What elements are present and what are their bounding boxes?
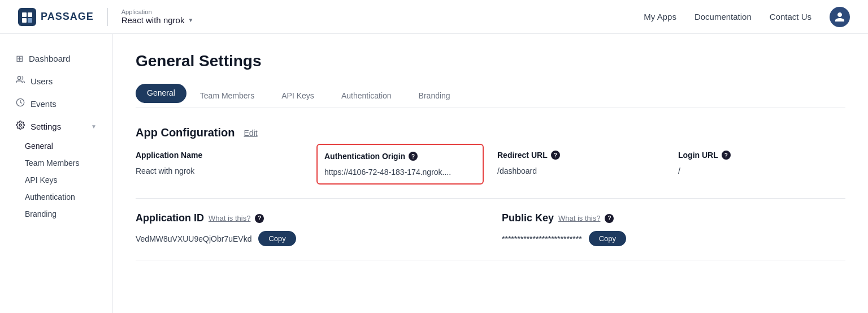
app-id-what-is-this[interactable]: What is this? (209, 214, 250, 222)
chevron-down-icon: ▼ (188, 17, 193, 23)
layout: ⊞ Dashboard Users Events (0, 34, 868, 313)
svg-rect-1 (22, 12, 27, 17)
sidebar-item-settings[interactable]: Settings ▼ (5, 115, 108, 138)
svg-rect-3 (22, 18, 27, 23)
public-key-value-row: ************************** Copy (502, 231, 845, 246)
svg-rect-0 (18, 8, 36, 26)
sidebar-sub-authentication[interactable]: Authentication (14, 188, 108, 205)
settings-icon (16, 121, 25, 132)
sidebar-sub-branding[interactable]: Branding (14, 205, 108, 222)
redirect-url-value: /dashboard (497, 166, 665, 175)
app-id-value: VedMW8uVXUU9eQjObr7uEVkd (136, 234, 251, 243)
app-label: Application (121, 8, 194, 15)
header-divider (107, 8, 108, 26)
auth-origin-value: https://4106-72-48-183-174.ngrok.... (324, 168, 476, 177)
tab-team-members[interactable]: Team Members (186, 85, 268, 107)
header-nav: My Apps Documentation Contact Us (644, 7, 850, 27)
avatar-icon (834, 11, 845, 23)
logo-text: PASSAGE (41, 11, 94, 23)
divider-2 (136, 260, 845, 260)
tab-general[interactable]: General (136, 84, 186, 103)
public-key-copy-button[interactable]: Copy (589, 231, 626, 246)
sidebar-settings-label: Settings (31, 122, 61, 131)
logo: PASSAGE (18, 8, 94, 26)
app-id-copy-button[interactable]: Copy (258, 231, 296, 246)
svg-point-5 (18, 76, 20, 79)
bottom-section: Application ID What is this? ? VedMW8uVX… (136, 212, 845, 246)
public-key-cell: Public Key What is this? ? *************… (502, 212, 845, 246)
tab-branding[interactable]: Branding (405, 85, 464, 107)
logo-icon (18, 8, 36, 26)
sidebar-item-dashboard[interactable]: ⊞ Dashboard (5, 48, 108, 70)
contact-us-link[interactable]: Contact Us (770, 12, 811, 22)
svg-point-7 (19, 124, 21, 126)
login-url-label: Login URL ? (678, 151, 845, 160)
my-apps-link[interactable]: My Apps (644, 12, 676, 22)
app-id-info-icon[interactable]: ? (255, 214, 264, 223)
login-url-info-icon[interactable]: ? (722, 151, 731, 160)
sidebar-users-label: Users (31, 76, 53, 86)
sidebar-sub-general[interactable]: General (14, 138, 108, 155)
redirect-url-label: Redirect URL ? (497, 151, 665, 160)
app-name-row: React with ngrok ▼ (121, 15, 194, 25)
section-header: App Configuration Edit (136, 126, 845, 139)
config-redirect-url: Redirect URL ? /dashboard (497, 151, 665, 185)
sidebar-item-events[interactable]: Events (5, 92, 108, 115)
edit-link[interactable]: Edit (244, 128, 258, 138)
svg-rect-2 (28, 12, 32, 17)
divider-1 (136, 198, 845, 199)
avatar[interactable] (830, 7, 850, 27)
login-url-value: / (678, 166, 845, 175)
tab-authentication[interactable]: Authentication (328, 85, 405, 107)
app-id-cell: Application ID What is this? ? VedMW8uVX… (136, 212, 479, 246)
app-name-label: Application Name (136, 151, 303, 160)
config-login-url: Login URL ? / (678, 151, 845, 185)
auth-origin-label: Authentication Origin ? (324, 152, 476, 161)
events-icon (16, 98, 25, 109)
public-key-value: ************************** (502, 234, 582, 243)
page-title: General Settings (136, 52, 845, 70)
documentation-link[interactable]: Documentation (695, 12, 752, 22)
public-key-info-icon[interactable]: ? (605, 214, 614, 223)
settings-chevron-icon: ▼ (91, 123, 97, 130)
app-id-label: Application ID What is this? ? (136, 212, 479, 224)
sidebar-item-label: Dashboard (29, 54, 70, 63)
auth-origin-info-icon[interactable]: ? (409, 152, 418, 161)
app-name: React with ngrok (121, 15, 185, 25)
app-selector[interactable]: Application React with ngrok ▼ (121, 8, 194, 25)
config-auth-origin: Authentication Origin ? https://4106-72-… (316, 144, 484, 185)
app-name-value: React with ngrok (136, 166, 303, 175)
redirect-url-info-icon[interactable]: ? (551, 151, 560, 160)
dashboard-icon: ⊞ (16, 53, 23, 64)
config-grid: Application Name React with ngrok Authen… (136, 151, 845, 185)
header-left: PASSAGE Application React with ngrok ▼ (18, 8, 193, 26)
app-id-value-row: VedMW8uVXUU9eQjObr7uEVkd Copy (136, 231, 479, 246)
header: PASSAGE Application React with ngrok ▼ M… (0, 0, 868, 34)
config-app-name: Application Name React with ngrok (136, 151, 303, 185)
svg-rect-4 (28, 18, 32, 23)
public-key-what-is-this[interactable]: What is this? (558, 214, 600, 222)
sidebar-sub-menu: General Team Members API Keys Authentica… (0, 138, 112, 222)
sidebar-events-label: Events (31, 99, 57, 109)
public-key-label: Public Key What is this? ? (502, 212, 845, 224)
sidebar-item-users[interactable]: Users (5, 70, 108, 92)
sidebar: ⊞ Dashboard Users Events (0, 34, 113, 313)
sidebar-sub-api-keys[interactable]: API Keys (14, 171, 108, 188)
sidebar-sub-team-members[interactable]: Team Members (14, 155, 108, 171)
users-icon (16, 75, 25, 87)
tabs-bar: General Team Members API Keys Authentica… (136, 84, 845, 108)
section-title: App Configuration (136, 126, 235, 139)
main-content: General Settings General Team Members AP… (113, 34, 868, 313)
tab-api-keys[interactable]: API Keys (268, 85, 328, 107)
